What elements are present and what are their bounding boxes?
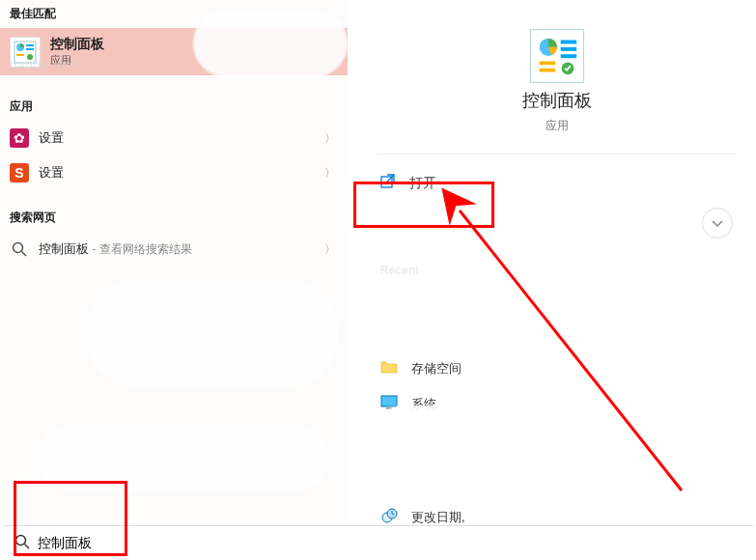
svg-rect-12 [560,54,576,58]
chevron-right-icon: 〉 [324,165,336,182]
web-search-item[interactable]: 控制面板 - 查看网络搜索结果 〉 [0,232,348,266]
expand-button[interactable] [702,208,733,238]
svg-rect-11 [560,47,576,51]
search-icon [14,534,30,553]
app-label: 设置 [39,164,64,182]
open-label: 打开 [409,175,436,192]
svg-rect-13 [539,62,555,66]
svg-rect-14 [539,69,555,72]
svg-line-17 [387,175,394,182]
app-item-settings-2[interactable]: S 设置 〉 [0,155,348,190]
search-input[interactable] [38,536,742,551]
open-icon [380,174,396,192]
svg-line-25 [25,544,30,548]
chevron-right-icon: 〉 [324,130,336,147]
recent-label: 更改日期, [411,509,465,526]
svg-rect-3 [26,48,34,50]
svg-point-24 [16,535,26,545]
best-match-subtitle: 应用 [50,53,104,68]
svg-rect-10 [560,41,576,44]
best-match-text: 控制面板 应用 [50,36,104,68]
apps-header: 应用 [0,93,348,121]
svg-point-5 [27,54,33,60]
search-bar[interactable] [3,525,753,560]
app-label: 设置 [39,129,64,147]
detail-subtitle: 应用 [546,118,569,134]
detail-header: 控制面板 应用 [357,29,756,134]
folder-icon [380,358,398,378]
separator [378,154,737,154]
sogou-icon: S [10,163,29,182]
web-hint: - 查看网络搜索结果 [89,242,192,256]
recent-label: 存储空间 [411,360,462,378]
svg-line-7 [22,252,27,257]
web-query: 控制面板 [39,241,89,256]
svg-point-6 [14,243,23,253]
svg-rect-4 [16,54,24,56]
best-match-title: 控制面板 [50,36,104,53]
svg-rect-2 [26,44,34,46]
control-panel-icon [10,37,41,68]
chevron-right-icon: 〉 [324,241,336,258]
open-action[interactable]: 打开 [357,164,756,202]
gear-icon: ✿ [10,128,29,148]
detail-title: 控制面板 [522,89,592,112]
svg-rect-18 [381,396,397,406]
detail-panel: 控制面板 应用 打开 Recent 存储空间 系统 更改日期, [357,0,756,521]
web-header: 搜索网页 [0,204,348,232]
clock-icon [380,507,398,527]
app-item-settings-1[interactable]: ✿ 设置 〉 [0,121,348,155]
search-results-panel: 最佳匹配 控制面板 应用 haodll.com 应用 ✿ 设置 〉 S 设置 〉… [0,0,348,521]
control-panel-icon-large [530,29,584,83]
web-search-label: 控制面板 - 查看网络搜索结果 [39,240,192,258]
search-icon [10,239,29,259]
